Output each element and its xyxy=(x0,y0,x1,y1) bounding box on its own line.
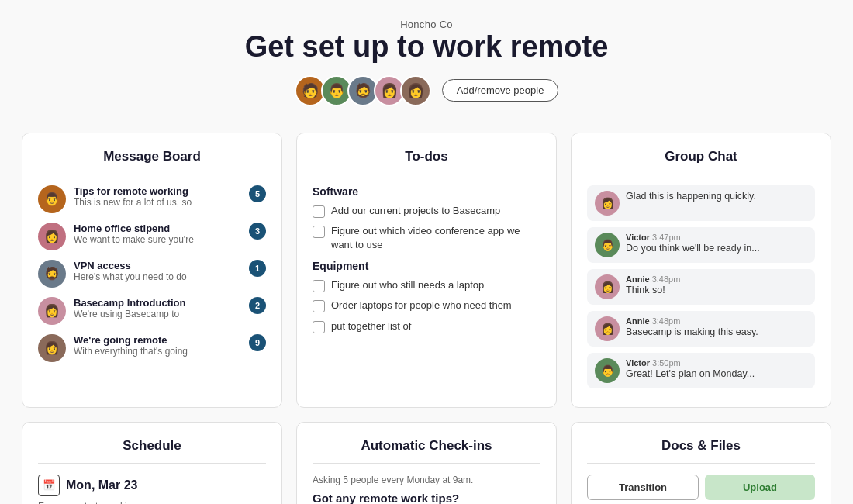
chat-message: 👩 Annie 3:48pm Think so! xyxy=(587,269,815,305)
todo-text: Figure out which video conference app we… xyxy=(331,224,540,252)
list-item[interactable]: Order laptops for people who need them xyxy=(313,299,540,312)
avatar: 👩 xyxy=(595,191,620,216)
message-preview: This is new for a lot of us, so xyxy=(74,197,241,208)
chat-sender: Annie xyxy=(626,316,650,326)
avatar: 👨 xyxy=(595,358,620,383)
chat-text: Think so! xyxy=(626,285,807,295)
todo-checkbox[interactable] xyxy=(313,205,325,218)
avatar: 👨 xyxy=(595,233,620,257)
avatar: 👩 xyxy=(400,75,431,106)
todos-title: To-dos xyxy=(313,149,540,164)
docs-title: Docs & Files xyxy=(587,438,815,454)
chat-text: Glad this is happening quickly. xyxy=(626,191,807,202)
message-title: We're going remote xyxy=(74,334,241,346)
todo-text: Add our current projects to Basecamp xyxy=(331,204,500,218)
chat-message: 👩 Glad this is happening quickly. xyxy=(587,185,815,221)
chat-sender: Victor xyxy=(626,358,650,368)
message-board-title: Message Board xyxy=(38,149,266,164)
chat-time: 3:48pm xyxy=(652,316,681,326)
message-preview: Here's what you need to do xyxy=(74,271,241,282)
todo-checkbox[interactable] xyxy=(313,321,325,333)
unread-badge: 5 xyxy=(249,185,266,202)
message-title: Home office stipend xyxy=(74,223,241,234)
todo-text: put together list of xyxy=(331,319,411,333)
todo-text: Order laptops for people who need them xyxy=(331,299,512,312)
list-item[interactable]: 👩 Home office stipend We want to make su… xyxy=(38,223,266,250)
list-item[interactable]: Figure out who still needs a laptop xyxy=(313,278,540,292)
todo-section-equipment: Equipment xyxy=(313,260,540,272)
avatar: 👩 xyxy=(595,316,620,341)
unread-badge: 9 xyxy=(249,334,266,351)
transition-button[interactable]: Transition xyxy=(587,475,699,500)
page-header: Honcho Co Get set up to work remote 🧑 👨 … xyxy=(0,0,853,119)
list-item[interactable]: 👨 Tips for remote working This is new fo… xyxy=(38,185,266,213)
schedule-title: Schedule xyxy=(38,438,266,454)
todo-section-software: Software xyxy=(313,185,540,198)
avatar: 🧔 xyxy=(38,260,66,288)
list-item[interactable]: put together list of xyxy=(313,319,540,333)
avatar: 👩 xyxy=(38,334,66,362)
schedule-card: Schedule 📅 Mon, Mar 23 Everyone starts w… xyxy=(22,422,282,504)
chat-message: 👩 Annie 3:48pm Basecamp is making this e… xyxy=(587,311,815,347)
docs-card: Docs & Files Transition Upload xyxy=(571,422,831,504)
todo-checkbox[interactable] xyxy=(313,280,325,292)
todo-checkbox[interactable] xyxy=(313,300,325,312)
list-item[interactable]: Figure out which video conference app we… xyxy=(313,224,540,252)
page-title: Get set up to work remote xyxy=(0,30,853,64)
list-item[interactable]: Add our current projects to Basecamp xyxy=(313,204,540,218)
upload-button[interactable]: Upload xyxy=(705,475,815,500)
avatar: 👨 xyxy=(38,185,66,213)
list-item[interactable]: 👩 Basecamp Introduction We're using Base… xyxy=(38,297,266,325)
unread-badge: 3 xyxy=(249,223,266,240)
message-title: Tips for remote working xyxy=(74,185,241,197)
message-preview: We're using Basecamp to xyxy=(74,309,241,319)
avatar: 👩 xyxy=(595,274,620,299)
chat-sender: Annie xyxy=(626,274,650,284)
people-row: 🧑 👨 🧔 👩 👩 Add/remove people xyxy=(0,75,853,106)
group-chat-card: Group Chat 👩 Glad this is happening quic… xyxy=(571,133,831,408)
checkins-meta: Asking 5 people every Monday at 9am. xyxy=(313,475,540,485)
chat-message: 👨 Victor 3:50pm Great! Let's plan on Mon… xyxy=(587,353,815,388)
group-chat-title: Group Chat xyxy=(587,149,815,164)
chat-time: 3:50pm xyxy=(652,358,681,368)
chat-sender: Victor xyxy=(626,233,650,242)
todo-text: Figure out who still needs a laptop xyxy=(331,278,484,292)
message-title: VPN access xyxy=(74,260,241,271)
chat-time: 3:47pm xyxy=(652,233,681,242)
schedule-date-row: 📅 Mon, Mar 23 xyxy=(38,475,266,496)
calendar-icon: 📅 xyxy=(38,475,60,496)
message-title: Basecamp Introduction xyxy=(74,297,241,309)
main-grid: Message Board 👨 Tips for remote working … xyxy=(0,119,853,504)
list-item[interactable]: 🧔 VPN access Here's what you need to do … xyxy=(38,260,266,288)
checkins-title: Automatic Check-ins xyxy=(313,438,540,454)
todos-card: To-dos Software Add our current projects… xyxy=(296,133,557,408)
unread-badge: 1 xyxy=(249,260,266,277)
checkins-card: Automatic Check-ins Asking 5 people ever… xyxy=(296,422,557,504)
add-remove-people-button[interactable]: Add/remove people xyxy=(442,79,559,102)
message-board-card: Message Board 👨 Tips for remote working … xyxy=(22,133,282,408)
avatar: 👩 xyxy=(38,223,66,250)
message-preview: We want to make sure you're xyxy=(74,234,241,245)
schedule-preview: Everyone starts working... xyxy=(38,501,266,504)
chat-time: 3:48pm xyxy=(652,274,681,284)
unread-badge: 2 xyxy=(249,297,266,314)
todo-checkbox[interactable] xyxy=(313,226,325,238)
company-name: Honcho Co xyxy=(0,19,853,30)
schedule-date: Mon, Mar 23 xyxy=(66,478,137,492)
checkins-question: Got any remote work tips? xyxy=(313,492,540,504)
chat-text: Great! Let's plan on Monday... xyxy=(626,368,807,379)
avatar: 👩 xyxy=(38,297,66,325)
chat-message: 👨 Victor 3:47pm Do you think we'll be re… xyxy=(587,227,815,263)
chat-text: Basecamp is making this easy. xyxy=(626,326,807,337)
chat-text: Do you think we'll be ready in... xyxy=(626,243,807,254)
list-item[interactable]: 👩 We're going remote With everything tha… xyxy=(38,334,266,362)
docs-actions: Transition Upload xyxy=(587,475,815,500)
message-preview: With everything that's going xyxy=(74,346,241,357)
